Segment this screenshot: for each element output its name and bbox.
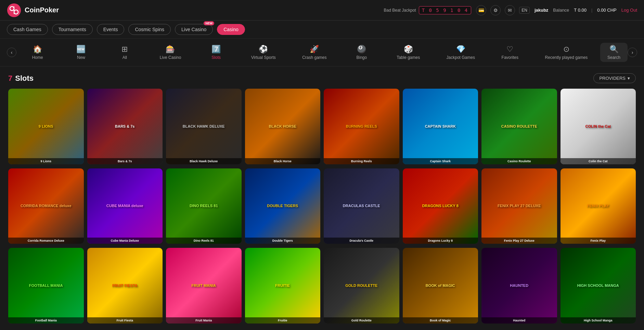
cat-arrow-right[interactable]: › — [628, 48, 637, 57]
cat-virtual-sports[interactable]: ⚽ Virtual Sports — [248, 43, 279, 62]
game-label-cubemania: Cube Mania Deluxe — [87, 238, 163, 244]
game-card-corrida[interactable]: CORRIDA ROMANCE deluxe Corrida Romance D… — [8, 168, 84, 244]
providers-label: PROVIDERS — [599, 76, 626, 81]
game-visual-haunted: HAUNTED — [481, 248, 557, 323]
jackpot-section: Bad Beat Jackpot T 0 5 9 1 0 4 — [384, 6, 472, 14]
logo-text: CoinPoker — [25, 6, 59, 14]
game-card-captainshark[interactable]: CAPTAIN SHARK Captain Shark — [403, 89, 478, 164]
main-content: 7 Slots PROVIDERS ▾ 9 LIONS 9 Lions BARS… — [0, 66, 644, 330]
new-icon: 🆕 — [76, 45, 86, 54]
game-card-fruitmania[interactable]: FRUIT MANIA Fruit Mania — [166, 248, 242, 323]
cat-home[interactable]: 🏠 Home — [26, 43, 50, 62]
game-card-goldroulette[interactable]: GOLD ROULETTE Gold Roulette — [324, 248, 399, 323]
game-card-cubemania[interactable]: CUBE MANIA deluxe Cube Mania Deluxe — [87, 168, 163, 244]
section-title: 7 Slots — [8, 74, 34, 83]
cat-all[interactable]: ⊞ All — [113, 43, 137, 62]
cat-recently-played-label: Recently played games — [545, 55, 588, 60]
game-label-draculascastle: Dracula's Castle — [324, 238, 399, 244]
game-card-9lions[interactable]: 9 LIONS 9 Lions — [8, 89, 84, 164]
cat-jackpot-games[interactable]: 💎 Jackpot Games — [443, 43, 478, 62]
cat-new[interactable]: 🆕 New — [69, 43, 93, 62]
nav-cosmic-spins[interactable]: Cosmic Spins — [128, 24, 171, 35]
game-card-highschool[interactable]: HIGH SCHOOL MANGA High School Manga — [561, 248, 636, 323]
header-left: CoinPoker — [7, 3, 59, 17]
game-label-casinoroulette: Casino Roulette — [481, 158, 557, 164]
game-label-bookofmagic: Book of Magic — [403, 317, 478, 323]
wallet-button[interactable]: 💳 — [476, 5, 486, 15]
cat-search-label: Search — [607, 55, 620, 60]
cat-virtual-sports-label: Virtual Sports — [251, 55, 276, 60]
game-card-fruitie[interactable]: FRUITIE Fruitie — [245, 248, 321, 323]
providers-button[interactable]: PROVIDERS ▾ — [593, 73, 636, 83]
game-visual-dinoreels: DINO REELS 81 — [166, 168, 242, 244]
nav-events[interactable]: Events — [97, 24, 125, 35]
game-visual-fruitfiesta: FRUIT FIESTA — [87, 248, 163, 323]
game-card-haunted[interactable]: HAUNTED Haunted — [481, 248, 557, 323]
game-card-fenixplay2[interactable]: FENIX PLAY Fenix Play — [561, 168, 636, 244]
game-card-doubletigers[interactable]: DOUBLE TIGERS Double Tigers — [245, 168, 321, 244]
header-right: Bad Beat Jackpot T 0 5 9 1 0 4 💳 ⚙ ✉ EN … — [384, 5, 637, 15]
logout-button[interactable]: Log Out — [621, 8, 637, 13]
game-visual-doubletigers: DOUBLE TIGERS — [245, 168, 321, 244]
game-card-bookofmagic[interactable]: BOOK of MAGIC Book of Magic — [403, 248, 478, 323]
game-card-fenixplay[interactable]: FENIX PLAY 27 DELUXE Fenix Play 27 Delux… — [481, 168, 557, 244]
game-card-blackhawk[interactable]: BLACK HAWK DELUXE Black Hawk Deluxe — [166, 89, 242, 164]
nav-tournaments[interactable]: Tournaments — [52, 24, 93, 35]
cat-bingo[interactable]: 🎱 Bingo — [350, 43, 374, 62]
favorites-icon: ♡ — [506, 45, 513, 54]
game-visual-casinoroulette: CASINO ROULETTE — [481, 89, 557, 164]
game-visual-fenixplay: FENIX PLAY 27 DELUXE — [481, 168, 557, 244]
cat-table-games[interactable]: 🎲 Table games — [393, 43, 423, 62]
game-card-bars7[interactable]: BARS & 7s Bars & 7s — [87, 89, 163, 164]
game-card-casinoroulette[interactable]: CASINO ROULETTE Casino Roulette — [481, 89, 557, 164]
mail-button[interactable]: ✉ — [505, 5, 515, 15]
category-nav: ‹ 🏠 Home 🆕 New ⊞ All 🎰 Live Casino 7️⃣ S… — [0, 39, 644, 66]
language-button[interactable]: EN — [519, 7, 530, 14]
logo-icon — [7, 3, 21, 17]
cat-bingo-label: Bingo — [356, 55, 367, 60]
cat-recently-played[interactable]: ⊙ Recently played games — [542, 43, 591, 62]
all-icon: ⊞ — [121, 45, 128, 54]
game-card-colincat[interactable]: COLIN the Cat Colin the Cat — [561, 89, 636, 164]
slots-section-icon: 7 — [8, 74, 12, 83]
nav-casino[interactable]: Casino — [217, 24, 245, 35]
nav-cash-games[interactable]: Cash Games — [7, 24, 48, 35]
cat-live-casino[interactable]: 🎰 Live Casino — [156, 43, 185, 62]
game-label-corrida: Corrida Romance Deluxe — [8, 238, 84, 244]
game-card-blackhorse[interactable]: BLACK HORSE Black Horse — [245, 89, 321, 164]
cat-slots[interactable]: 7️⃣ Slots — [204, 43, 228, 62]
game-visual-highschool: HIGH SCHOOL MANGA — [561, 248, 636, 323]
game-visual-footballmania: FOOTBALL MANIA — [8, 248, 84, 323]
table-games-icon: 🎲 — [404, 45, 413, 54]
game-label-highschool: High School Manga — [561, 317, 636, 323]
nav-live-casino[interactable]: Live Casino — [175, 24, 213, 35]
game-card-burningreels[interactable]: BURNING REELS Burning Reels — [324, 89, 399, 164]
game-card-fruitfiesta[interactable]: FRUIT FIESTA Fruit Fiesta — [87, 248, 163, 323]
game-label-fenixplay: Fenix Play 27 Deluxe — [481, 238, 557, 244]
balance-separator: | — [591, 8, 592, 13]
cat-favorites[interactable]: ♡ Favorites — [498, 43, 522, 62]
recently-played-icon: ⊙ — [563, 45, 569, 54]
jackpot-games-icon: 💎 — [456, 45, 465, 54]
providers-chevron-icon: ▾ — [628, 76, 630, 81]
settings-button[interactable]: ⚙ — [490, 5, 501, 15]
cat-search[interactable]: 🔍 Search — [600, 43, 628, 62]
nav-events-wrapper: Events — [97, 24, 125, 35]
game-card-dragonslucky[interactable]: DRAGONS LUCKY 8 Dragons Lucky 8 — [403, 168, 478, 244]
username: jakubz — [534, 8, 548, 13]
jackpot-display: T 0 5 9 1 0 4 — [419, 6, 472, 14]
game-card-footballmania[interactable]: FOOTBALL MANIA Football Mania — [8, 248, 84, 323]
cat-favorites-label: Favorites — [502, 55, 518, 60]
home-icon: 🏠 — [33, 45, 42, 54]
cat-crash-games[interactable]: 🚀 Crash games — [299, 43, 330, 62]
cat-arrow-left[interactable]: ‹ — [7, 48, 16, 57]
balance-token: T 0.00 — [574, 8, 587, 13]
game-label-goldroulette: Gold Roulette — [324, 317, 399, 323]
game-label-dragonslucky: Dragons Lucky 8 — [403, 238, 478, 244]
game-card-draculascastle[interactable]: DRACULAS CASTLE Dracula's Castle — [324, 168, 399, 244]
game-visual-fruitie: FRUITIE — [245, 248, 321, 323]
games-grid-row3: FOOTBALL MANIA Football Mania FRUIT FIES… — [8, 248, 636, 323]
header-icons: 💳 ⚙ ✉ EN — [476, 5, 530, 15]
game-visual-blackhorse: BLACK HORSE — [245, 89, 321, 164]
game-card-dinoreels[interactable]: DINO REELS 81 Dino Reels 81 — [166, 168, 242, 244]
